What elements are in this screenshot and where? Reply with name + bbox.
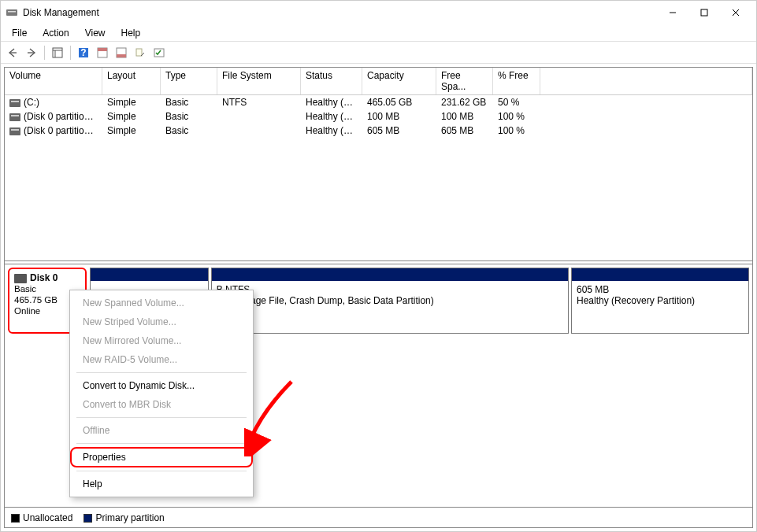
col-capacity[interactable]: Capacity xyxy=(362,68,436,94)
col-status[interactable]: Status xyxy=(301,68,362,94)
menu-bar: File Action View Help xyxy=(1,24,756,42)
legend-primary: Primary partition xyxy=(83,512,164,523)
menu-view[interactable]: View xyxy=(77,26,113,40)
partition-body: B NTFS (Boot, Page File, Crash Dump, Bas… xyxy=(212,281,568,333)
disk-icon xyxy=(9,99,20,107)
ctx-new-mirrored: New Mirrored Volume... xyxy=(70,331,253,350)
disk-icon xyxy=(14,274,27,283)
ctx-new-raid5: New RAID-5 Volume... xyxy=(70,350,253,369)
table-row[interactable]: (Disk 0 partition 4) Simple Basic Health… xyxy=(5,124,752,138)
context-menu: New Spanned Volume... New Striped Volume… xyxy=(69,290,254,497)
svg-rect-3 xyxy=(701,9,707,16)
properties-button[interactable] xyxy=(132,44,149,61)
volume-name: (Disk 0 partition 1) xyxy=(24,111,100,122)
col-pctfree[interactable]: % Free xyxy=(493,68,540,94)
partition[interactable]: B NTFS (Boot, Page File, Crash Dump, Bas… xyxy=(211,268,569,334)
svg-rect-12 xyxy=(98,48,107,51)
minimize-button[interactable] xyxy=(657,1,688,24)
settings-bottom-button[interactable] xyxy=(113,44,130,61)
col-spacer xyxy=(540,68,752,94)
partition-bar xyxy=(212,268,568,281)
volume-list: Volume Layout Type File System Status Ca… xyxy=(5,68,752,260)
window-controls xyxy=(657,1,751,24)
show-hide-tree-button[interactable] xyxy=(49,44,66,61)
volume-list-header: Volume Layout Type File System Status Ca… xyxy=(5,68,752,95)
svg-rect-6 xyxy=(53,48,62,57)
maximize-button[interactable] xyxy=(688,1,720,24)
ctx-properties[interactable]: Properties xyxy=(70,447,253,467)
partition-body: 605 MB Healthy (Recovery Partition) xyxy=(572,281,748,333)
settings-top-button[interactable] xyxy=(94,44,111,61)
legend: Unallocated Primary partition xyxy=(5,507,752,527)
ctx-convert-mbr: Convert to MBR Disk xyxy=(70,395,253,414)
disk-icon xyxy=(9,127,20,135)
col-type[interactable]: Type xyxy=(161,68,217,94)
svg-rect-14 xyxy=(117,54,126,57)
menu-file[interactable]: File xyxy=(4,26,35,40)
col-freespace[interactable]: Free Spa... xyxy=(436,68,493,94)
col-filesystem[interactable]: File System xyxy=(217,68,301,94)
close-button[interactable] xyxy=(720,1,751,24)
svg-rect-15 xyxy=(136,49,142,56)
col-layout[interactable]: Layout xyxy=(102,68,161,94)
partition-bar xyxy=(91,268,208,281)
help-button[interactable]: ? xyxy=(75,44,92,61)
volume-list-body[interactable]: (C:) Simple Basic NTFS Healthy (B... 465… xyxy=(5,95,752,260)
ctx-help[interactable]: Help xyxy=(70,475,253,493)
toolbar: ? xyxy=(1,42,756,64)
disk-icon xyxy=(9,113,20,121)
svg-rect-1 xyxy=(8,11,16,13)
ctx-offline: Offline xyxy=(70,421,253,440)
svg-rect-0 xyxy=(6,9,17,16)
title-bar: Disk Management xyxy=(1,1,756,24)
volume-name: (Disk 0 partition 4) xyxy=(24,125,100,136)
svg-text:?: ? xyxy=(80,47,86,58)
volume-name: (C:) xyxy=(24,97,39,108)
app-icon xyxy=(6,6,18,19)
checklist-button[interactable] xyxy=(150,44,168,61)
col-volume[interactable]: Volume xyxy=(5,68,102,94)
disk-name: Disk 0 xyxy=(30,272,58,283)
window-title: Disk Management xyxy=(23,7,657,18)
table-row[interactable]: (C:) Simple Basic NTFS Healthy (B... 465… xyxy=(5,95,752,109)
partition-bar xyxy=(572,268,748,281)
forward-button[interactable] xyxy=(23,44,40,61)
ctx-convert-dynamic[interactable]: Convert to Dynamic Disk... xyxy=(70,376,253,395)
ctx-new-spanned: New Spanned Volume... xyxy=(70,294,253,312)
ctx-new-striped: New Striped Volume... xyxy=(70,312,253,331)
table-row[interactable]: (Disk 0 partition 1) Simple Basic Health… xyxy=(5,109,752,124)
back-button[interactable] xyxy=(4,44,21,61)
menu-action[interactable]: Action xyxy=(35,26,76,40)
menu-help[interactable]: Help xyxy=(113,26,149,40)
legend-unallocated: Unallocated xyxy=(11,512,72,523)
partition[interactable]: 605 MB Healthy (Recovery Partition) xyxy=(571,268,749,334)
